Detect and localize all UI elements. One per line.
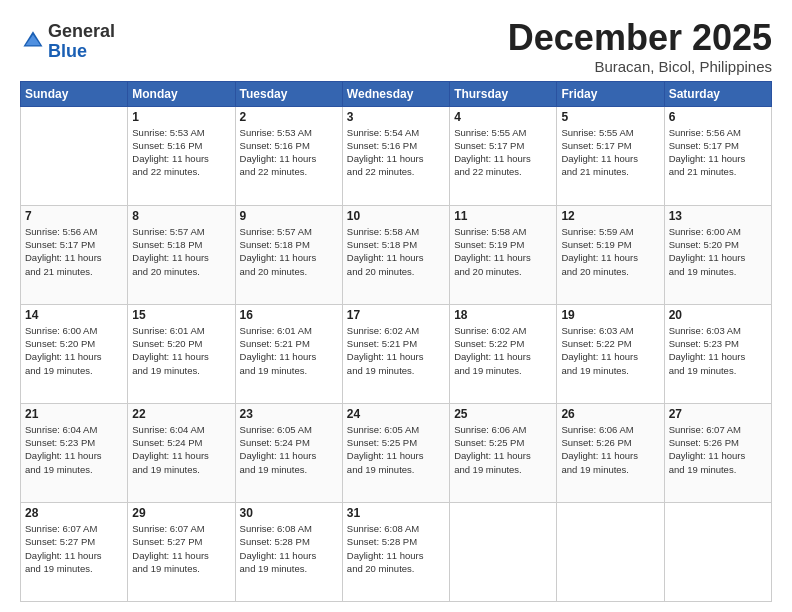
day-cell: 22Sunrise: 6:04 AM Sunset: 5:24 PM Dayli… bbox=[128, 403, 235, 502]
subtitle: Buracan, Bicol, Philippines bbox=[508, 58, 772, 75]
day-info: Sunrise: 5:56 AM Sunset: 5:17 PM Dayligh… bbox=[669, 126, 767, 179]
day-cell: 25Sunrise: 6:06 AM Sunset: 5:25 PM Dayli… bbox=[450, 403, 557, 502]
day-info: Sunrise: 5:57 AM Sunset: 5:18 PM Dayligh… bbox=[132, 225, 230, 278]
day-number: 28 bbox=[25, 506, 123, 520]
day-cell: 1Sunrise: 5:53 AM Sunset: 5:16 PM Daylig… bbox=[128, 106, 235, 205]
day-cell: 30Sunrise: 6:08 AM Sunset: 5:28 PM Dayli… bbox=[235, 502, 342, 601]
title-block: December 2025 Buracan, Bicol, Philippine… bbox=[508, 18, 772, 75]
day-cell bbox=[21, 106, 128, 205]
page: General Blue December 2025 Buracan, Bico… bbox=[0, 0, 792, 612]
col-friday: Friday bbox=[557, 81, 664, 106]
logo: General Blue bbox=[20, 22, 115, 62]
day-cell: 17Sunrise: 6:02 AM Sunset: 5:21 PM Dayli… bbox=[342, 304, 449, 403]
day-cell: 24Sunrise: 6:05 AM Sunset: 5:25 PM Dayli… bbox=[342, 403, 449, 502]
day-cell: 6Sunrise: 5:56 AM Sunset: 5:17 PM Daylig… bbox=[664, 106, 771, 205]
day-number: 8 bbox=[132, 209, 230, 223]
day-number: 23 bbox=[240, 407, 338, 421]
day-number: 30 bbox=[240, 506, 338, 520]
day-info: Sunrise: 6:07 AM Sunset: 5:27 PM Dayligh… bbox=[25, 522, 123, 575]
day-info: Sunrise: 5:55 AM Sunset: 5:17 PM Dayligh… bbox=[454, 126, 552, 179]
day-info: Sunrise: 6:07 AM Sunset: 5:27 PM Dayligh… bbox=[132, 522, 230, 575]
day-number: 1 bbox=[132, 110, 230, 124]
header: General Blue December 2025 Buracan, Bico… bbox=[20, 18, 772, 75]
day-number: 21 bbox=[25, 407, 123, 421]
day-info: Sunrise: 6:04 AM Sunset: 5:23 PM Dayligh… bbox=[25, 423, 123, 476]
day-number: 4 bbox=[454, 110, 552, 124]
day-cell: 19Sunrise: 6:03 AM Sunset: 5:22 PM Dayli… bbox=[557, 304, 664, 403]
col-monday: Monday bbox=[128, 81, 235, 106]
day-info: Sunrise: 5:55 AM Sunset: 5:17 PM Dayligh… bbox=[561, 126, 659, 179]
day-number: 29 bbox=[132, 506, 230, 520]
day-info: Sunrise: 5:59 AM Sunset: 5:19 PM Dayligh… bbox=[561, 225, 659, 278]
day-cell: 28Sunrise: 6:07 AM Sunset: 5:27 PM Dayli… bbox=[21, 502, 128, 601]
day-cell: 15Sunrise: 6:01 AM Sunset: 5:20 PM Dayli… bbox=[128, 304, 235, 403]
week-row-4: 28Sunrise: 6:07 AM Sunset: 5:27 PM Dayli… bbox=[21, 502, 772, 601]
day-cell: 4Sunrise: 5:55 AM Sunset: 5:17 PM Daylig… bbox=[450, 106, 557, 205]
day-info: Sunrise: 5:53 AM Sunset: 5:16 PM Dayligh… bbox=[240, 126, 338, 179]
day-cell: 3Sunrise: 5:54 AM Sunset: 5:16 PM Daylig… bbox=[342, 106, 449, 205]
day-number: 26 bbox=[561, 407, 659, 421]
logo-blue-text: Blue bbox=[48, 41, 87, 61]
day-number: 22 bbox=[132, 407, 230, 421]
day-info: Sunrise: 6:02 AM Sunset: 5:21 PM Dayligh… bbox=[347, 324, 445, 377]
day-cell: 16Sunrise: 6:01 AM Sunset: 5:21 PM Dayli… bbox=[235, 304, 342, 403]
day-info: Sunrise: 6:06 AM Sunset: 5:26 PM Dayligh… bbox=[561, 423, 659, 476]
day-number: 3 bbox=[347, 110, 445, 124]
day-number: 13 bbox=[669, 209, 767, 223]
day-cell: 11Sunrise: 5:58 AM Sunset: 5:19 PM Dayli… bbox=[450, 205, 557, 304]
day-number: 14 bbox=[25, 308, 123, 322]
day-number: 25 bbox=[454, 407, 552, 421]
day-cell: 27Sunrise: 6:07 AM Sunset: 5:26 PM Dayli… bbox=[664, 403, 771, 502]
logo-general-text: General bbox=[48, 21, 115, 41]
day-cell bbox=[450, 502, 557, 601]
col-saturday: Saturday bbox=[664, 81, 771, 106]
day-number: 9 bbox=[240, 209, 338, 223]
col-thursday: Thursday bbox=[450, 81, 557, 106]
day-info: Sunrise: 6:05 AM Sunset: 5:25 PM Dayligh… bbox=[347, 423, 445, 476]
day-info: Sunrise: 5:53 AM Sunset: 5:16 PM Dayligh… bbox=[132, 126, 230, 179]
day-info: Sunrise: 6:01 AM Sunset: 5:20 PM Dayligh… bbox=[132, 324, 230, 377]
day-number: 12 bbox=[561, 209, 659, 223]
day-info: Sunrise: 6:08 AM Sunset: 5:28 PM Dayligh… bbox=[347, 522, 445, 575]
day-info: Sunrise: 6:00 AM Sunset: 5:20 PM Dayligh… bbox=[669, 225, 767, 278]
day-info: Sunrise: 6:04 AM Sunset: 5:24 PM Dayligh… bbox=[132, 423, 230, 476]
col-wednesday: Wednesday bbox=[342, 81, 449, 106]
day-info: Sunrise: 6:03 AM Sunset: 5:22 PM Dayligh… bbox=[561, 324, 659, 377]
day-number: 24 bbox=[347, 407, 445, 421]
day-cell: 8Sunrise: 5:57 AM Sunset: 5:18 PM Daylig… bbox=[128, 205, 235, 304]
day-cell: 31Sunrise: 6:08 AM Sunset: 5:28 PM Dayli… bbox=[342, 502, 449, 601]
day-cell: 10Sunrise: 5:58 AM Sunset: 5:18 PM Dayli… bbox=[342, 205, 449, 304]
week-row-2: 14Sunrise: 6:00 AM Sunset: 5:20 PM Dayli… bbox=[21, 304, 772, 403]
day-info: Sunrise: 6:06 AM Sunset: 5:25 PM Dayligh… bbox=[454, 423, 552, 476]
col-sunday: Sunday bbox=[21, 81, 128, 106]
day-info: Sunrise: 6:02 AM Sunset: 5:22 PM Dayligh… bbox=[454, 324, 552, 377]
day-cell: 5Sunrise: 5:55 AM Sunset: 5:17 PM Daylig… bbox=[557, 106, 664, 205]
main-title: December 2025 bbox=[508, 18, 772, 58]
day-number: 19 bbox=[561, 308, 659, 322]
day-number: 16 bbox=[240, 308, 338, 322]
day-info: Sunrise: 5:54 AM Sunset: 5:16 PM Dayligh… bbox=[347, 126, 445, 179]
day-cell: 18Sunrise: 6:02 AM Sunset: 5:22 PM Dayli… bbox=[450, 304, 557, 403]
day-number: 10 bbox=[347, 209, 445, 223]
week-row-3: 21Sunrise: 6:04 AM Sunset: 5:23 PM Dayli… bbox=[21, 403, 772, 502]
day-cell: 9Sunrise: 5:57 AM Sunset: 5:18 PM Daylig… bbox=[235, 205, 342, 304]
day-info: Sunrise: 6:08 AM Sunset: 5:28 PM Dayligh… bbox=[240, 522, 338, 575]
header-row: Sunday Monday Tuesday Wednesday Thursday… bbox=[21, 81, 772, 106]
day-number: 27 bbox=[669, 407, 767, 421]
logo-icon bbox=[22, 29, 44, 51]
day-cell: 26Sunrise: 6:06 AM Sunset: 5:26 PM Dayli… bbox=[557, 403, 664, 502]
day-info: Sunrise: 5:56 AM Sunset: 5:17 PM Dayligh… bbox=[25, 225, 123, 278]
day-number: 6 bbox=[669, 110, 767, 124]
day-info: Sunrise: 6:05 AM Sunset: 5:24 PM Dayligh… bbox=[240, 423, 338, 476]
week-row-1: 7Sunrise: 5:56 AM Sunset: 5:17 PM Daylig… bbox=[21, 205, 772, 304]
day-info: Sunrise: 6:01 AM Sunset: 5:21 PM Dayligh… bbox=[240, 324, 338, 377]
day-number: 7 bbox=[25, 209, 123, 223]
day-cell bbox=[557, 502, 664, 601]
day-cell: 29Sunrise: 6:07 AM Sunset: 5:27 PM Dayli… bbox=[128, 502, 235, 601]
day-cell: 21Sunrise: 6:04 AM Sunset: 5:23 PM Dayli… bbox=[21, 403, 128, 502]
day-info: Sunrise: 5:58 AM Sunset: 5:18 PM Dayligh… bbox=[347, 225, 445, 278]
day-info: Sunrise: 5:58 AM Sunset: 5:19 PM Dayligh… bbox=[454, 225, 552, 278]
day-info: Sunrise: 6:07 AM Sunset: 5:26 PM Dayligh… bbox=[669, 423, 767, 476]
day-cell: 14Sunrise: 6:00 AM Sunset: 5:20 PM Dayli… bbox=[21, 304, 128, 403]
calendar-table: Sunday Monday Tuesday Wednesday Thursday… bbox=[20, 81, 772, 602]
